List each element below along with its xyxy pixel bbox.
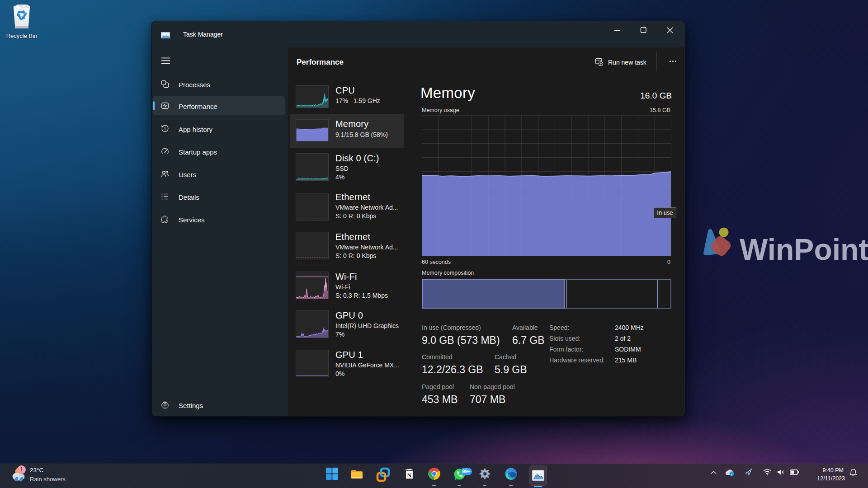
svg-text:N: N <box>407 472 412 479</box>
